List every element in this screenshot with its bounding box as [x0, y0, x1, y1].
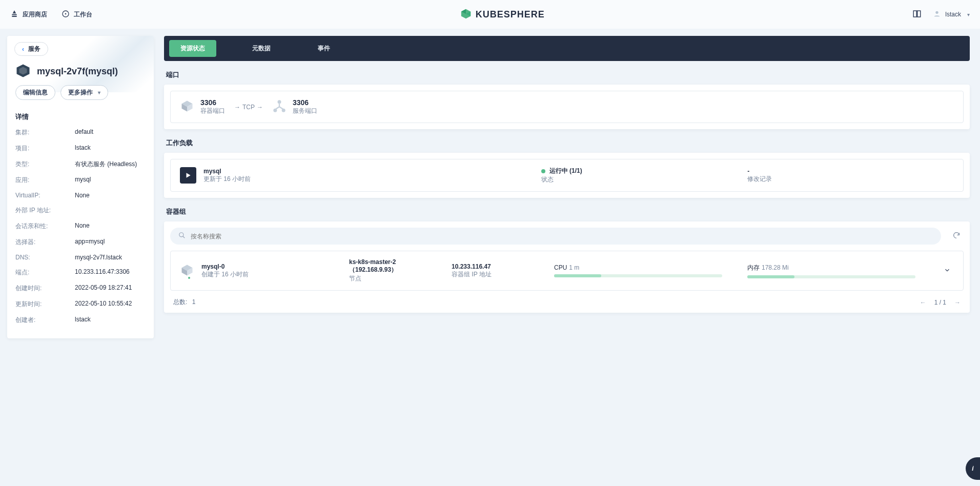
- svg-rect-7: [914, 11, 917, 17]
- detail-value: mysql-2v7f.lstack: [75, 254, 146, 261]
- tab-resource-status[interactable]: 资源状态: [169, 40, 216, 57]
- detail-row: VirtualIP:None: [7, 188, 154, 202]
- arrow-right-icon: →: [234, 104, 240, 111]
- workload-revision-label: 修改记录: [747, 175, 954, 184]
- detail-key: 选择器:: [15, 238, 75, 247]
- more-actions-button[interactable]: 更多操作 ▾: [60, 85, 108, 100]
- service-icon: [15, 63, 31, 80]
- detail-key: 应用:: [15, 176, 75, 185]
- cpu-label: CPU: [554, 264, 567, 271]
- detail-key: 类型:: [15, 160, 75, 169]
- container-port: 3306: [200, 98, 225, 107]
- section-header-workloads: 工作负载: [166, 138, 968, 148]
- detail-value: mysql: [75, 176, 146, 185]
- detail-value: app=mysql: [75, 238, 146, 247]
- nav-appstore-label: 应用商店: [23, 10, 47, 19]
- tab-events[interactable]: 事件: [307, 40, 341, 57]
- workload-icon: [180, 167, 196, 184]
- service-port-label: 服务端口: [293, 107, 317, 115]
- pod-created: 创建于 16 小时前: [201, 270, 249, 279]
- caret-down-icon: ▾: [98, 90, 100, 95]
- container-port-label: 容器端口: [200, 107, 225, 115]
- nav-appstore[interactable]: 应用商店: [10, 10, 47, 19]
- detail-key: 创建时间:: [15, 284, 75, 293]
- detail-value: default: [75, 128, 146, 137]
- detail-key: 外部 IP 地址:: [15, 206, 75, 215]
- status-dot-icon: [187, 276, 191, 280]
- pod-name: mysql-0: [201, 263, 249, 270]
- detail-row: 选择器:app=mysql: [7, 234, 154, 250]
- svg-line-20: [183, 236, 185, 238]
- back-button[interactable]: ‹ 服务: [14, 42, 48, 56]
- detail-row: DNS:mysql-2v7f.lstack: [7, 250, 154, 265]
- cpu-bar: [554, 274, 722, 277]
- detail-row: 外部 IP 地址:: [7, 202, 154, 218]
- detail-value: 2022-05-09 18:27:41: [75, 284, 146, 293]
- section-header-pods: 容器组: [166, 207, 968, 216]
- detail-key: 更新时间:: [15, 300, 75, 309]
- pod-ip: 10.233.116.47: [452, 263, 544, 270]
- detail-key: VirtualIP:: [15, 192, 75, 199]
- detail-row: 项目:lstack: [7, 140, 154, 156]
- total-label: 总数:: [173, 298, 187, 306]
- mem-label: 内存: [747, 264, 760, 271]
- search-icon: [178, 232, 186, 240]
- detail-row: 集群:default: [7, 125, 154, 140]
- detail-key: 端点:: [15, 268, 75, 277]
- pod-ip-label: 容器组 IP 地址: [452, 270, 544, 279]
- detail-row: 会话亲和性:None: [7, 218, 154, 234]
- expand-button[interactable]: [941, 267, 954, 275]
- svg-rect-0: [12, 14, 16, 15]
- detail-value: None: [75, 222, 146, 231]
- topbar: 应用商店 工作台 KUBESPHERE lstack ▾: [0, 0, 980, 29]
- workload-status: 运行中 (1/1): [549, 167, 582, 174]
- detail-row: 创建时间:2022-05-09 18:27:41: [7, 280, 154, 296]
- help-fab[interactable]: i: [966, 457, 980, 480]
- tabs: 资源状态 元数据 事件: [164, 36, 970, 61]
- docs-icon[interactable]: [912, 9, 922, 20]
- cpu-value: 1 m: [569, 264, 579, 271]
- lb-icon: [272, 99, 287, 115]
- detail-row: 更新时间:2022-05-10 10:55:42: [7, 296, 154, 312]
- page-next-button[interactable]: →: [954, 299, 961, 306]
- tab-metadata[interactable]: 元数据: [241, 40, 282, 57]
- workload-name: mysql: [203, 168, 251, 175]
- pod-search[interactable]: [170, 228, 941, 245]
- svg-point-15: [278, 100, 281, 104]
- mem-value: 178.28 Mi: [762, 264, 789, 271]
- pods-panel: mysql-0 创建于 16 小时前 ks-k8s-master-2（192.1…: [164, 221, 970, 313]
- detail-value: 2022-05-10 10:55:42: [75, 300, 146, 309]
- svg-rect-1: [12, 16, 16, 17]
- edit-info-label: 编辑信息: [23, 88, 48, 97]
- detail-value: lstack: [75, 144, 146, 153]
- pod-node-label: 节点: [349, 274, 441, 283]
- edit-info-button[interactable]: 编辑信息: [15, 85, 55, 100]
- detail-value: None: [75, 192, 146, 199]
- arrow-right-icon: →: [257, 104, 263, 111]
- pod-search-input[interactable]: [191, 233, 933, 240]
- nav-workbench[interactable]: 工作台: [62, 10, 92, 19]
- svg-point-3: [65, 13, 67, 14]
- brand: KUBESPHERE: [92, 8, 912, 21]
- detail-value: 有状态服务 (Headless): [75, 160, 146, 169]
- details-header: 详情: [7, 107, 154, 125]
- detail-key: 项目:: [15, 144, 75, 153]
- resource-title: mysql-2v7f(mysql): [37, 66, 118, 77]
- brand-logo-icon: [460, 8, 472, 21]
- pod-row[interactable]: mysql-0 创建于 16 小时前 ks-k8s-master-2（192.1…: [170, 251, 964, 291]
- brand-text: KUBESPHERE: [476, 9, 545, 20]
- workload-revision: -: [747, 168, 954, 175]
- user-menu[interactable]: lstack ▾: [933, 10, 970, 19]
- user-avatar-icon: [933, 10, 941, 19]
- detail-row: 端点:10.233.116.47:3306: [7, 265, 154, 280]
- page-prev-button[interactable]: ←: [920, 299, 926, 306]
- pager: ← 1 / 1 →: [920, 299, 961, 306]
- caret-down-icon: ▾: [967, 12, 970, 17]
- svg-point-19: [179, 233, 183, 237]
- cube-icon: [180, 99, 194, 115]
- workload-row[interactable]: mysql 更新于 16 小时前 运行中 (1/1) 状态 - 修改记录: [170, 159, 964, 192]
- total-value: 1: [192, 298, 196, 306]
- refresh-button[interactable]: [949, 228, 964, 244]
- section-header-ports: 端口: [166, 70, 968, 79]
- page-indicator: 1 / 1: [934, 299, 946, 306]
